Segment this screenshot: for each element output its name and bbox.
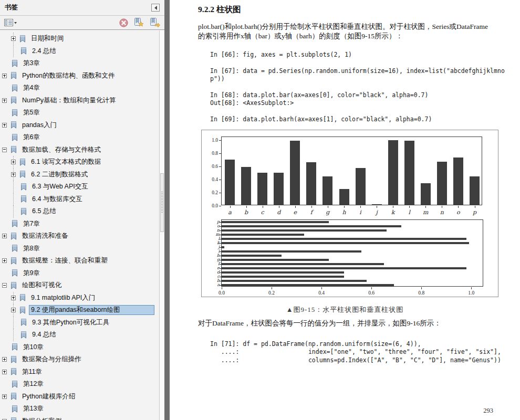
bookmark-item[interactable]: 第8章 <box>0 243 159 255</box>
hbar <box>222 284 394 287</box>
bookmark-icon <box>19 307 26 314</box>
x-category-label: a <box>225 209 235 216</box>
bookmark-item[interactable]: 第5章 <box>0 107 159 119</box>
bookmark-item[interactable]: 数据加载、存储与文件格式 <box>0 144 159 156</box>
expander-plus-icon[interactable] <box>2 357 7 362</box>
bookmark-item[interactable]: 第3章 <box>0 57 159 70</box>
x-category-label: f <box>306 209 317 216</box>
bar <box>437 162 447 205</box>
figure-caption: ▲图9-15：水平柱状图和垂直柱状图 <box>170 305 520 314</box>
expander-plus-icon[interactable] <box>2 74 7 78</box>
expander-plus-icon[interactable] <box>11 172 16 177</box>
bookmark-icon <box>20 208 27 215</box>
options-menu-icon[interactable] <box>4 19 17 27</box>
bookmark-item[interactable]: 第11章 <box>0 366 159 379</box>
bookmark-label: 数据加载、存储与文件格式 <box>20 145 154 155</box>
expander-plus-icon[interactable] <box>11 308 16 312</box>
bar <box>453 158 463 205</box>
bar <box>470 176 480 205</box>
bookmark-item[interactable]: 数据分析案例 <box>0 415 159 420</box>
expander-plus-icon[interactable] <box>11 36 16 41</box>
bookmark-item[interactable]: 9.4 总结 <box>0 329 159 341</box>
bookmark-item[interactable]: 数据规整：连接、联合和重塑 <box>0 255 159 267</box>
panel-splitter[interactable] <box>164 0 170 420</box>
bookmark-icon <box>11 257 17 265</box>
x-tick-mark <box>442 206 442 208</box>
hbar <box>222 263 384 266</box>
bookmark-item[interactable]: 数据清洗和准备 <box>0 230 159 243</box>
expander-plus-icon[interactable] <box>2 370 7 374</box>
y-tick-mark <box>220 239 221 239</box>
bookmark-icon <box>12 60 18 67</box>
bookmark-item[interactable]: 9.3 其他Python可视化工具 <box>0 317 159 329</box>
expander-minus-icon[interactable] <box>2 283 7 288</box>
expander-plus-icon[interactable] <box>2 258 7 263</box>
bookmark-icon <box>20 319 27 326</box>
hbar <box>222 259 329 261</box>
bar <box>356 168 366 205</box>
expander-minus-icon[interactable] <box>2 148 7 152</box>
bookmark-item[interactable]: 第4章 <box>0 82 159 94</box>
y-tick-mark <box>220 256 221 256</box>
bookmark-icon <box>12 134 18 141</box>
bookmarks-scrollbar[interactable] <box>159 30 164 420</box>
bookmark-label: 6.1 读写文本格式的数据 <box>29 157 154 167</box>
bookmarks-title: 书签 <box>5 3 18 12</box>
new-bookmark-icon[interactable] <box>134 18 144 27</box>
y-tick-mark <box>219 180 221 180</box>
bookmark-item[interactable]: 数据聚合与分组操作 <box>0 353 159 366</box>
bookmark-icon <box>12 269 18 277</box>
bookmark-item[interactable]: 6.2 二进制数据格式 <box>0 169 159 181</box>
expander-plus-icon[interactable] <box>2 123 7 128</box>
y-tick-mark <box>219 153 221 154</box>
hbar <box>222 246 224 249</box>
bookmark-item[interactable]: 第9章 <box>0 267 159 280</box>
bookmark-label: 6.2 二进制数据格式 <box>29 170 154 180</box>
bookmark-icon <box>11 393 17 400</box>
bookmark-item[interactable]: Python建模库介绍 <box>0 391 159 403</box>
scrollbar-thumb[interactable] <box>160 173 164 232</box>
bookmark-item[interactable]: 9.1 matplotlib API入门 <box>0 292 159 304</box>
x-tick-mark <box>409 206 410 208</box>
expander-plus-icon[interactable] <box>2 394 7 399</box>
expander-plus-icon[interactable] <box>2 98 7 103</box>
bookmark-item[interactable]: Python的数据结构、函数和文件 <box>0 70 159 82</box>
bar <box>339 189 349 205</box>
y-tick-mark <box>219 140 221 141</box>
bookmark-item[interactable]: 6.3 与Web API交互 <box>0 181 159 193</box>
y-tick-mark <box>220 226 221 227</box>
bookmark-icon <box>11 356 17 363</box>
bookmark-label: pandas入门 <box>20 120 154 130</box>
bookmark-label: 数据聚合与分组操作 <box>20 354 154 364</box>
delete-bookmark-icon[interactable] <box>119 18 128 27</box>
bookmark-item[interactable]: 6.4 与数据库交互 <box>0 193 159 206</box>
expander-plus-icon[interactable] <box>2 234 7 238</box>
x-tick-label: 0.2 <box>263 290 280 296</box>
bookmark-action-icon[interactable] <box>150 18 160 27</box>
y-tick-mark <box>220 230 221 231</box>
bookmark-label: 6.3 与Web API交互 <box>30 182 154 192</box>
bookmark-item[interactable]: 9.2 使用pandas和seaborn绘图 <box>0 304 159 317</box>
bookmark-item[interactable]: 第7章 <box>0 218 159 230</box>
bookmark-item[interactable]: NumPy基础：数组和向量化计算 <box>0 94 159 107</box>
bookmark-item[interactable]: 6.1 读写文本格式的数据 <box>0 156 159 169</box>
bookmark-label: 2.4 总结 <box>30 46 154 56</box>
bookmark-item[interactable]: 第13章 <box>0 403 159 415</box>
y-tick-mark <box>219 193 221 193</box>
bookmark-item[interactable]: 2.4 总结 <box>0 45 159 58</box>
y-tick-label: 0.4 <box>204 177 218 182</box>
bookmarks-toolbar <box>0 16 164 30</box>
expander-plus-icon[interactable] <box>11 160 16 164</box>
bookmark-item[interactable]: 第6章 <box>0 131 159 144</box>
expander-plus-icon[interactable] <box>11 296 16 300</box>
bookmark-item[interactable]: 第10章 <box>0 341 159 354</box>
x-tick-mark <box>377 206 377 208</box>
collapse-panel-button[interactable] <box>151 4 160 12</box>
bookmark-item[interactable]: 6.5 总结 <box>0 205 159 218</box>
bookmark-item[interactable]: pandas入门 <box>0 119 159 132</box>
bookmark-icon <box>11 146 17 153</box>
bookmark-item[interactable]: 日期和时间 <box>0 33 159 45</box>
x-tick-label: 0.6 <box>363 290 380 296</box>
bookmark-item[interactable]: 第12章 <box>0 378 159 391</box>
bookmark-item[interactable]: 绘图和可视化 <box>0 279 159 292</box>
